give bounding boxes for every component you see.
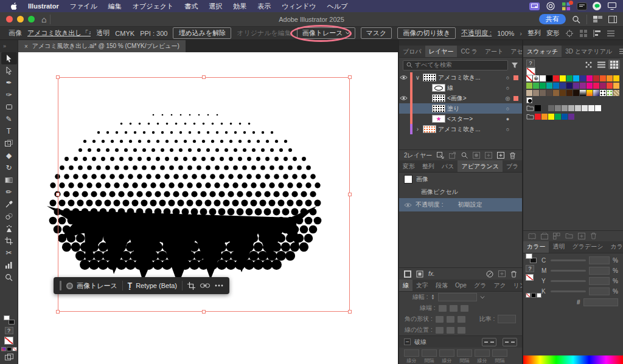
document-tab[interactable]: × アメコミ風吹き出し.ai* @ 150 % (CMYK/プレビュー): [18, 40, 186, 52]
folder-icon[interactable]: [526, 114, 534, 120]
color-tab-2[interactable]: グラデーシ: [568, 241, 607, 253]
swatch-grad-bw[interactable]: [580, 90, 586, 96]
stroke-tab-4[interactable]: グラ: [470, 280, 490, 291]
swatch-ed1c24[interactable]: [553, 75, 559, 81]
color-tab-3[interactable]: カラーガイ: [607, 241, 623, 253]
none-swatch[interactable]: [4, 337, 13, 345]
menu-item-3[interactable]: 書式: [179, 2, 203, 11]
list-view-icon[interactable]: [596, 60, 607, 69]
layers-tab-2[interactable]: CC ラ: [457, 46, 481, 57]
stroke-tab-3[interactable]: Ope: [451, 280, 470, 291]
swatch-fff200[interactable]: [548, 114, 554, 120]
workspace-switcher-icon[interactable]: [593, 16, 602, 23]
scissors-tool[interactable]: ✂: [1, 247, 17, 259]
crop-tool[interactable]: [1, 235, 17, 247]
share-button[interactable]: 共有: [539, 14, 566, 24]
eyedropper-tool[interactable]: [1, 198, 17, 210]
fill-stroke-proxy[interactable]: [526, 253, 537, 263]
zoom-tool[interactable]: [1, 271, 17, 283]
direct-selection-tool[interactable]: [1, 64, 17, 77]
swatch-00aeef[interactable]: [573, 75, 579, 81]
swatch-fff200[interactable]: [560, 75, 566, 81]
quick-swatches[interactable]: [526, 293, 541, 298]
stroke-tab-1[interactable]: 文字: [412, 280, 432, 291]
selection-handle-3[interactable]: [56, 193, 60, 196]
preserve-dash-icon[interactable]: [482, 338, 496, 346]
stroke-weight-field[interactable]: [438, 293, 477, 301]
swatch-c7b299[interactable]: [526, 90, 532, 96]
linked-file-name[interactable]: アメコミ吹き出し「ギザ...: [27, 29, 91, 38]
curvature-tool[interactable]: ✑: [1, 89, 17, 101]
dash-field-4[interactable]: [475, 349, 490, 357]
screen-sharing-icon[interactable]: [529, 2, 540, 10]
selection-handle-4[interactable]: [348, 193, 352, 196]
target-circle-icon[interactable]: ○: [504, 85, 512, 91]
layers-search-input[interactable]: すべてを検索: [403, 60, 508, 70]
channel-value-Y[interactable]: [589, 277, 610, 285]
app-badge-icon[interactable]: [561, 2, 571, 10]
tools-collapse-button[interactable]: »: [0, 40, 18, 52]
swatch-0054a6[interactable]: [562, 114, 568, 120]
opacity-value[interactable]: 100%: [497, 30, 514, 37]
link-icon[interactable]: [200, 283, 210, 288]
transform-icon[interactable]: [565, 30, 574, 37]
swatch-662d91[interactable]: [568, 114, 574, 120]
screen-mode-icon[interactable]: [5, 354, 13, 360]
butt-cap-icon[interactable]: [439, 305, 447, 312]
swatch-603913[interactable]: [560, 90, 566, 96]
target-circle-icon[interactable]: ○: [504, 75, 512, 81]
pencil-tool[interactable]: ✏: [1, 186, 17, 198]
swatch-999999[interactable]: [562, 105, 568, 111]
layer-name[interactable]: 線: [447, 84, 502, 92]
target-circle-icon[interactable]: ○: [504, 106, 512, 112]
stroke-tab-6[interactable]: リン: [510, 280, 522, 291]
folder-icon[interactable]: [526, 105, 534, 111]
chevron-right-icon[interactable]: ›: [520, 30, 522, 37]
swatch-2e3192[interactable]: [580, 75, 586, 81]
layer-row-2[interactable]: <画像>◎: [399, 93, 522, 103]
miter-limit-field[interactable]: [498, 315, 516, 323]
swatch-grad-bl[interactable]: [593, 90, 599, 96]
appearance-tab-2[interactable]: パス: [438, 160, 458, 172]
stroke-tab-2[interactable]: 段落: [432, 280, 451, 291]
locate-object-icon[interactable]: [461, 152, 468, 159]
visibility-eye-icon[interactable]: [399, 75, 408, 80]
color-mode-trio[interactable]: [1, 347, 17, 351]
selection-handle-7[interactable]: [348, 310, 352, 314]
terminal-app-icon[interactable]: [577, 2, 587, 10]
swatch-00a651[interactable]: [540, 83, 546, 89]
swatch-ef4136[interactable]: [607, 83, 613, 89]
hex-field[interactable]: [583, 298, 618, 306]
dash-field-2[interactable]: [439, 349, 454, 357]
round-join-icon[interactable]: [447, 316, 454, 323]
layer-name[interactable]: <スター>: [447, 115, 502, 123]
align-inside-icon[interactable]: [447, 327, 454, 334]
color-tab-0[interactable]: カラー: [523, 241, 549, 253]
color-spectrum-bar[interactable]: [523, 355, 623, 364]
stroke-tab-0[interactable]: 線: [399, 280, 412, 291]
menu-icon[interactable]: [607, 30, 614, 36]
artboard-tool[interactable]: [1, 137, 17, 149]
layer-row-0[interactable]: ∨アメコミ吹き...○: [399, 72, 522, 83]
menu-item-1[interactable]: 編集: [103, 2, 127, 11]
swatch-e6e6e6[interactable]: [582, 105, 588, 111]
dash-field-3[interactable]: [457, 349, 472, 357]
align-center-icon[interactable]: [436, 327, 444, 334]
symbol-sprayer-tool[interactable]: [1, 222, 17, 235]
swatch-fbb040[interactable]: [613, 83, 619, 89]
swatch-ec008c[interactable]: [586, 83, 593, 89]
swatch-f7931e[interactable]: [607, 75, 613, 81]
swatch-pat-dot[interactable]: [600, 90, 606, 96]
swatch-9e1f63[interactable]: [600, 83, 606, 89]
dash-field-0[interactable]: [404, 349, 419, 357]
menu-item-2[interactable]: オブジェクト: [127, 2, 179, 11]
layer-name[interactable]: アメコミ吹き...: [438, 74, 502, 82]
selection-handle-1[interactable]: [202, 75, 206, 79]
swatch-39b54a[interactable]: [533, 83, 539, 89]
swatch-2b3990[interactable]: [560, 83, 566, 89]
menu-item-0[interactable]: ファイル: [64, 2, 103, 11]
swatch-736357[interactable]: [540, 90, 546, 96]
swatch-none[interactable]: [526, 75, 532, 81]
swatch-1b1464[interactable]: [566, 83, 573, 89]
more-options-icon[interactable]: [215, 284, 223, 287]
